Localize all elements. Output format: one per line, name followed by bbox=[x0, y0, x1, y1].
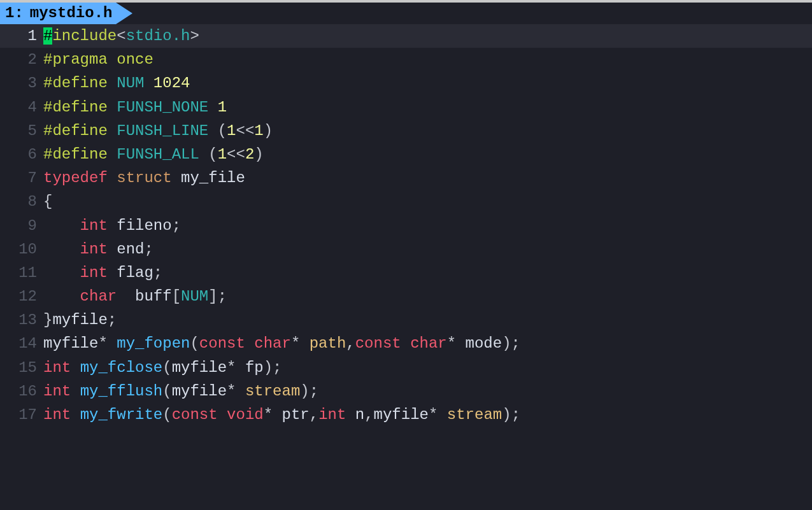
code-line[interactable]: 6 #define FUNSH_ALL (1<<2) bbox=[0, 143, 812, 166]
code-content: char buff[NUM]; bbox=[43, 285, 812, 308]
line-number: 1 bbox=[0, 24, 43, 48]
code-line[interactable]: 16 int my_fflush(myfile* stream); bbox=[0, 379, 812, 403]
line-number: 8 bbox=[0, 190, 43, 213]
code-line[interactable]: 15 int my_fclose(myfile* fp); bbox=[0, 356, 812, 379]
line-number: 12 bbox=[0, 285, 43, 308]
code-content: typedef struct my_file bbox=[43, 166, 812, 190]
code-content: #define FUNSH_NONE 1 bbox=[43, 96, 812, 119]
code-content: int fileno; bbox=[43, 214, 812, 237]
code-content: #pragma once bbox=[43, 48, 812, 71]
code-line[interactable]: 13 }myfile; bbox=[0, 308, 812, 332]
code-line[interactable]: 2 #pragma once bbox=[0, 48, 812, 71]
line-number: 9 bbox=[0, 214, 43, 237]
line-number: 10 bbox=[0, 237, 43, 261]
line-number: 16 bbox=[0, 379, 43, 403]
code-line[interactable]: 3 #define NUM 1024 bbox=[0, 71, 812, 95]
line-number: 15 bbox=[0, 356, 43, 379]
code-content: myfile* my_fopen(const char* path,const … bbox=[43, 332, 812, 355]
code-content: int flag; bbox=[43, 261, 812, 285]
line-number: 6 bbox=[0, 143, 43, 166]
line-number: 2 bbox=[0, 48, 43, 71]
code-line[interactable]: 9 int fileno; bbox=[0, 214, 812, 237]
code-line[interactable]: 1 #include<stdio.h> bbox=[0, 24, 812, 48]
code-line[interactable]: 11 int flag; bbox=[0, 261, 812, 285]
code-line[interactable]: 8 { bbox=[0, 190, 812, 213]
cursor: # bbox=[43, 27, 52, 45]
code-content: #define FUNSH_ALL (1<<2) bbox=[43, 143, 812, 166]
code-line[interactable]: 14 myfile* my_fopen(const char* path,con… bbox=[0, 332, 812, 355]
code-content: int end; bbox=[43, 237, 812, 261]
code-line[interactable]: 17 int my_fwrite(const void* ptr,int n,m… bbox=[0, 403, 812, 427]
code-line[interactable]: 12 char buff[NUM]; bbox=[0, 285, 812, 308]
tab-bar: 1: mystdio.h bbox=[0, 3, 812, 24]
line-number: 17 bbox=[0, 403, 43, 427]
code-content: int my_fflush(myfile* stream); bbox=[43, 379, 812, 403]
line-number: 11 bbox=[0, 261, 43, 285]
tab-index: 1: bbox=[5, 1, 24, 25]
code-line[interactable]: 4 #define FUNSH_NONE 1 bbox=[0, 96, 812, 119]
code-line[interactable]: 10 int end; bbox=[0, 237, 812, 261]
tab-active[interactable]: 1: mystdio.h bbox=[0, 3, 116, 24]
line-number: 13 bbox=[0, 308, 43, 332]
code-content: { bbox=[43, 190, 812, 213]
line-number: 14 bbox=[0, 332, 43, 355]
line-number: 7 bbox=[0, 166, 43, 190]
code-content: int my_fclose(myfile* fp); bbox=[43, 356, 812, 379]
code-line[interactable]: 5 #define FUNSH_LINE (1<<1) bbox=[0, 119, 812, 143]
code-editor[interactable]: 1 #include<stdio.h> 2 #pragma once 3 #de… bbox=[0, 24, 812, 427]
code-content: #define FUNSH_LINE (1<<1) bbox=[43, 119, 812, 143]
tab-filename: mystdio.h bbox=[30, 1, 113, 25]
code-content: }myfile; bbox=[43, 308, 812, 332]
code-content: #include<stdio.h> bbox=[43, 24, 812, 48]
code-content: #define NUM 1024 bbox=[43, 71, 812, 95]
line-number: 5 bbox=[0, 119, 43, 143]
line-number: 4 bbox=[0, 96, 43, 119]
code-line[interactable]: 7 typedef struct my_file bbox=[0, 166, 812, 190]
line-number: 3 bbox=[0, 71, 43, 95]
code-content: int my_fwrite(const void* ptr,int n,myfi… bbox=[43, 403, 812, 427]
